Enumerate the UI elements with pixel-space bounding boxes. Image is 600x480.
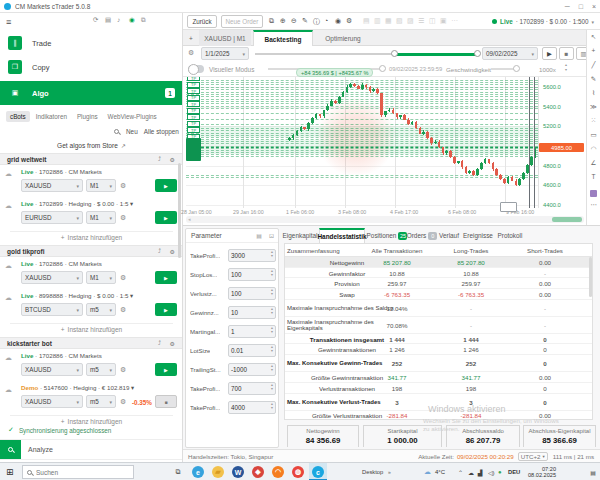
table-row[interactable]: Max. Konsekutive Gewinn-Trades2522520	[285, 355, 592, 372]
chart-end-handle[interactable]	[500, 202, 517, 212]
results-tab-positionen[interactable]: Positionen25	[367, 228, 407, 243]
taskbar-search-input[interactable]	[36, 469, 124, 476]
volume-icon[interactable]: ◁)	[488, 469, 495, 476]
parameter-input[interactable]: 3000▴▾	[228, 249, 276, 262]
arc-tool-icon[interactable]: ◠	[587, 145, 600, 153]
tab-backtesting[interactable]: Backtesting	[253, 30, 313, 46]
table-row[interactable]: Größte Verlusttransaktion-281.84-281.840…	[285, 411, 592, 420]
speed-handle[interactable]	[513, 65, 520, 72]
share-icon[interactable]: ⤴	[158, 156, 161, 162]
get-algos-store-link[interactable]: Get algos from Store	[57, 142, 118, 149]
ctrader-icon[interactable]: c	[312, 466, 324, 478]
timeframe-select[interactable]: M1▾	[86, 271, 116, 284]
table-row[interactable]: Max. Konsekutive Verlust-Trades330	[285, 394, 592, 411]
desktop-toolbar[interactable]: Desktop	[362, 469, 383, 475]
bot-group-header[interactable]: gold tikprofi⤴⚙	[0, 245, 183, 257]
results-tab-eigenkapital[interactable]: Eigenkapital	[283, 228, 317, 243]
results-tab-verlauf[interactable]: Verlauf	[437, 228, 461, 243]
word-icon[interactable]: W	[232, 466, 244, 478]
symbol-select[interactable]: XAUUSD▾	[21, 363, 83, 376]
results-tab-handelsstatistik[interactable]: Handelsstatistik	[319, 228, 365, 243]
share-icon[interactable]: ⤴	[158, 248, 161, 254]
chart-scrollbar-thumb[interactable]	[552, 217, 582, 222]
text-tool-icon[interactable]: T	[587, 173, 600, 180]
table-row[interactable]: Nettogewinn85 207.8085 207.800.00	[285, 257, 592, 268]
search-icon[interactable]	[114, 129, 119, 134]
menu-icon[interactable]: ≡	[6, 17, 11, 27]
trendline-tool-icon[interactable]: ╱	[587, 61, 600, 69]
table-row[interactable]: Gewinntransaktionen1 2461 2460	[285, 345, 592, 356]
more-tools-icon[interactable]: ⋯	[587, 201, 600, 209]
parameter-input[interactable]: 4000▴▾	[228, 401, 276, 414]
folder-icon[interactable]: ▤	[105, 16, 111, 24]
maximize-button[interactable]: □	[579, 3, 583, 10]
tray-expand-icon[interactable]: ⌃	[458, 469, 463, 476]
start-bot-button[interactable]: ▶	[155, 363, 177, 376]
start-bot-button[interactable]: ▶	[155, 179, 177, 192]
account-selector[interactable]: Live · 1702899 · $ 0.00 · 1:500 ▾	[492, 15, 594, 28]
draw-icon[interactable]: ✎	[302, 17, 308, 25]
parameter-input[interactable]: 100▴▾	[228, 268, 276, 281]
chart-layout-icon[interactable]: ⧉	[269, 17, 274, 25]
clock[interactable]: 07:20 08.02.2025	[526, 466, 556, 479]
instance-settings-icon[interactable]: ⚙	[120, 214, 126, 222]
add-instance-button[interactable]: +Instanz hinzufügen	[10, 323, 173, 335]
antivirus-icon[interactable]: ●	[498, 469, 502, 475]
bot-instance[interactable]: ☁Live · 1702886 · CM MarketsXAUUSD▾m5▾⚙▶	[0, 351, 183, 381]
bot-settings-icon[interactable]: ⚙	[170, 248, 175, 255]
chart-settings-icon[interactable]: ⚙	[346, 17, 352, 25]
new-bot-button[interactable]: Neu	[126, 128, 138, 135]
parameter-input[interactable]: 100▴▾	[228, 287, 276, 300]
parameter-input[interactable]: 700▴▾	[228, 382, 276, 395]
chrome-icon[interactable]: ◍	[292, 466, 304, 478]
timeframe-select[interactable]: M1▾	[86, 179, 116, 192]
timeframe-select[interactable]: M1▾	[86, 211, 116, 224]
start-bot-button[interactable]: ▶	[155, 211, 177, 224]
instance-settings-icon[interactable]: ⚙	[120, 274, 126, 282]
brush-tool-icon[interactable]: ✎	[587, 75, 600, 83]
table-row[interactable]: Größte Gewinntransaktion341.77341.770.00	[285, 372, 592, 383]
bot-instance[interactable]: ☁Live · 8998888 · Hedging · $ 0.00 · 1:5…	[0, 291, 183, 321]
chevron-icon[interactable]: »	[388, 469, 391, 475]
color-swatch[interactable]	[590, 190, 597, 197]
bot-instance[interactable]: ☁Live · 1702886 · CM MarketsXAUUSD▾M1▾⚙▶	[0, 259, 183, 289]
algo-tab-webview-plugins[interactable]: WebView-Plugins	[104, 111, 161, 122]
backtest-settings-icon[interactable]: ⚙	[188, 49, 194, 57]
instance-settings-icon[interactable]: ⚙	[120, 306, 126, 314]
results-tab-ereignisse[interactable]: Ereignisse	[463, 228, 493, 243]
algo-tab-plugins[interactable]: Plugins	[73, 111, 102, 122]
utc-selector[interactable]: UTC+2▾	[518, 452, 548, 461]
scroll-left-icon[interactable]: ◂	[188, 216, 191, 222]
symbol-select[interactable]: BTCUSD▾	[21, 303, 83, 316]
parameter-window-icon[interactable]: ⊡	[269, 232, 274, 239]
backtest-progress-track[interactable]	[255, 53, 395, 55]
info-icon[interactable]: ⓘ	[313, 17, 320, 27]
zoom-out-icon[interactable]: ⊖	[291, 17, 297, 25]
table-scrollbar[interactable]	[589, 257, 592, 297]
new-order-button[interactable]: Neue Order	[221, 15, 263, 28]
progress-handle-end[interactable]	[474, 50, 481, 57]
share-icon[interactable]: ⤴	[158, 340, 161, 346]
notification-center-icon[interactable]: ▤	[590, 469, 596, 476]
table-row[interactable]: Provision259.97259.970.00	[285, 278, 592, 289]
add-tab-button[interactable]: +	[185, 30, 197, 46]
bot-instance[interactable]: ☁Live · 1702886 · CM MarketsXAUUSD▾M1▾⚙▶	[0, 167, 183, 197]
symbol-select[interactable]: XAUUSD▾	[21, 271, 83, 284]
speed-stepper[interactable]: ▴▾	[565, 62, 567, 72]
stop-backtest-button[interactable]: ■	[559, 47, 574, 60]
table-row[interactable]: Maximale Inanspruchnahme des Saldos12.04…	[285, 300, 592, 317]
progress-handle-start[interactable]	[391, 50, 398, 57]
table-row[interactable]: Swap-6 763.35-6 763.350.00	[285, 289, 592, 300]
stop-bot-button[interactable]: ■	[155, 395, 177, 408]
instance-settings-icon[interactable]: ⚙	[120, 366, 126, 374]
zoom-in-icon[interactable]: ⊕	[280, 17, 286, 25]
instance-settings-icon[interactable]: ⚙	[120, 398, 126, 406]
table-row[interactable]: Verlusttransaktionen1981980	[285, 383, 592, 394]
bot-instance[interactable]: ☁Live · 1702899 · Hedging · $ 0.00 · 1:5…	[0, 199, 183, 229]
parameter-input[interactable]: 0.01▴▾	[228, 344, 276, 357]
analyze-row[interactable]: Analyze	[0, 439, 183, 458]
table-row[interactable]: Transaktionen insgesamt1 4441 4440	[285, 334, 592, 345]
edge-icon[interactable]: e	[192, 466, 204, 478]
detach-icon[interactable]: ⧉	[141, 16, 146, 24]
polyline-tool-icon[interactable]: ⌇	[587, 89, 600, 97]
